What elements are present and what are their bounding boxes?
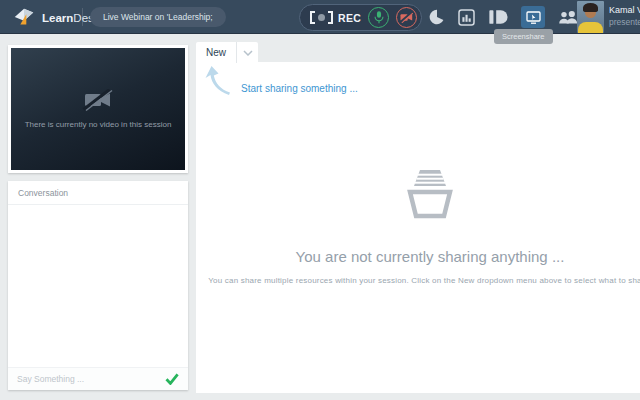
avatar-shirt	[578, 22, 603, 33]
camera-off-icon	[400, 12, 413, 23]
conversation-title: Conversation	[8, 181, 188, 205]
user-name: Kamal Verma	[609, 5, 640, 17]
microphone-button[interactable]	[368, 7, 389, 28]
empty-state-subtitle: You can share multiple resources within …	[208, 276, 640, 285]
avatar-hair	[583, 3, 598, 12]
participants-icon[interactable]	[558, 10, 578, 25]
avatar	[577, 1, 604, 33]
rec-bracket-left	[310, 11, 315, 24]
screenshare-tooltip: Screenshare	[494, 29, 553, 44]
tab-dropdown-button[interactable]	[236, 42, 258, 63]
learndesk-logo-icon	[12, 5, 36, 29]
video-area: There is currently no video in this sess…	[11, 48, 185, 170]
tab-new-button[interactable]: New	[196, 42, 236, 63]
no-video-message: There is currently no video in this sess…	[25, 120, 172, 129]
start-sharing-hint: Start sharing something ...	[241, 83, 358, 94]
camera-off-button[interactable]	[396, 7, 417, 28]
send-message-button[interactable]	[165, 373, 179, 385]
empty-state-title: You are not currently sharing anything .…	[296, 248, 565, 265]
brand-name-bold: Learn	[42, 12, 73, 24]
brand-logo[interactable]: LearnDesk	[12, 0, 100, 34]
session-title-badge: Live Webinar on 'Leadership;	[90, 7, 226, 27]
user-role: presenter	[609, 17, 640, 28]
rec-bracket-right	[328, 11, 333, 24]
conversation-input-row	[8, 367, 188, 390]
pie-chart-icon[interactable]	[429, 9, 445, 25]
bar-chart-icon[interactable]	[458, 9, 475, 26]
rec-indicator: REC	[310, 11, 361, 24]
screenshare-icon	[526, 11, 541, 24]
layout-icon[interactable]	[488, 8, 508, 26]
chevron-down-icon	[243, 50, 253, 56]
screenshare-button[interactable]	[521, 6, 545, 28]
chat-message-input[interactable]	[17, 374, 159, 384]
rec-dot-icon	[318, 14, 325, 21]
empty-state: You are not currently sharing anything .…	[196, 166, 640, 285]
share-tray-icon	[401, 166, 459, 220]
hint-arrow-icon	[203, 65, 233, 97]
header-divider	[82, 8, 83, 26]
recording-controls: REC	[299, 4, 422, 31]
video-panel: There is currently no video in this sess…	[8, 45, 188, 173]
rec-label: REC	[338, 12, 361, 24]
microphone-icon	[373, 10, 385, 25]
user-info: Kamal Verma presenter	[577, 0, 640, 34]
conversation-panel: Conversation	[8, 181, 188, 390]
new-share-tab: New	[196, 42, 258, 63]
sharing-panel: Start sharing something ... You are not …	[196, 62, 640, 393]
check-icon	[165, 373, 179, 385]
video-off-icon	[82, 89, 114, 111]
conversation-messages	[8, 205, 188, 367]
